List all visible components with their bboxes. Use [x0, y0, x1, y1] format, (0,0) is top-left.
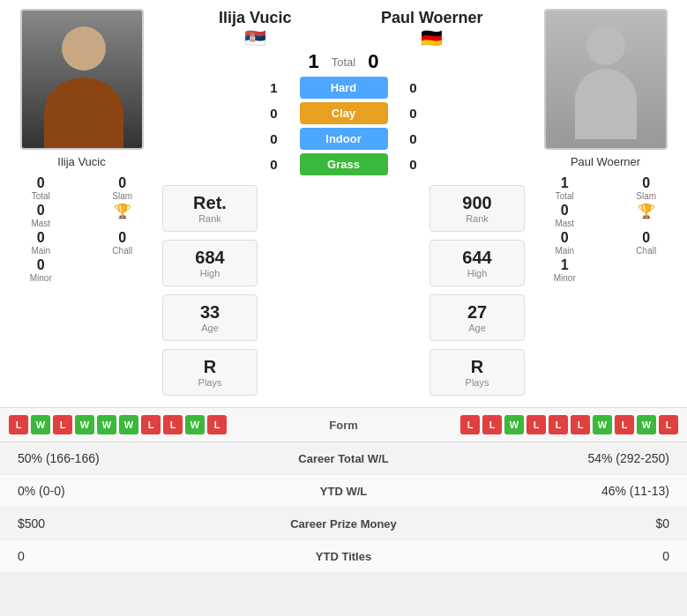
form-badge: W [637, 415, 656, 434]
right-chall: 0 Chall [610, 230, 683, 256]
total-label: Total [332, 56, 355, 69]
form-badge: L [659, 415, 678, 434]
right-player-name-center: Paul Woerner [381, 9, 483, 27]
right-rank-label: Rank [436, 213, 519, 224]
right-rank-block: 900 Rank [429, 185, 525, 232]
right-trophy-icon: 🏆 [610, 203, 683, 228]
silhouette-head [586, 26, 625, 65]
indoor-right-score: 0 [400, 131, 427, 146]
right-plays-label: Plays [436, 377, 519, 388]
left-trophy-icon: 🏆 [86, 203, 160, 228]
stat-left-value: $500 [18, 516, 194, 531]
form-badge: L [207, 415, 227, 434]
stats-table: 50% (166-166)Career Total W/L54% (292-25… [0, 442, 687, 573]
right-high-label: High [436, 268, 519, 278]
right-main: 0 Main [528, 230, 601, 256]
form-badge: L [163, 415, 183, 434]
player-right-photo [544, 9, 668, 150]
total-right-score: 0 [368, 50, 378, 73]
top-section: Ilija Vucic 0 Total 0 Slam 0 Mast 🏆 [0, 0, 687, 407]
left-player-name-center: Ilija Vucic [219, 9, 291, 27]
stats-row: 0% (0-0)YTD W/L46% (11-13) [0, 475, 687, 508]
right-form-badges: LLWLLLWLWL [460, 415, 678, 434]
form-label: Form [317, 419, 370, 432]
player-left-column: Ilija Vucic 0 Total 0 Slam 0 Mast 🏆 [4, 9, 159, 398]
left-minor: 0 Minor [4, 257, 78, 283]
form-badge: W [97, 415, 116, 434]
right-silhouette [571, 18, 641, 141]
indoor-left-score: 0 [261, 131, 287, 146]
total-left-score: 1 [309, 50, 319, 73]
left-main: 0 Main [4, 230, 78, 256]
right-rank-value: 900 [436, 193, 519, 213]
grass-right-score: 0 [400, 157, 427, 172]
left-high-value: 684 [168, 248, 251, 268]
names-flags-row: Ilija Vucic 🇷🇸 Paul Woerner 🇩🇪 [162, 9, 525, 48]
form-section: LWLWWWLLWL Form LLWLLLWLWL [0, 407, 687, 442]
hard-left-score: 1 [261, 80, 287, 95]
total-score-row: 1 Total 0 [162, 50, 525, 73]
left-plays-value: R [168, 357, 251, 377]
form-badge: W [593, 415, 612, 434]
form-badge: L [615, 415, 634, 434]
right-total: 1 Total [528, 175, 601, 201]
form-badge: W [31, 415, 50, 434]
form-badge: L [571, 415, 590, 434]
form-badge: L [549, 415, 568, 434]
stat-right-value: 46% (11-13) [493, 484, 669, 498]
form-badge: W [75, 415, 94, 434]
right-minor: 1 Minor [528, 257, 601, 283]
main-container: Ilija Vucic 0 Total 0 Slam 0 Mast 🏆 [0, 0, 687, 573]
right-center-stats: 900 Rank 644 High 27 Age R Plays [429, 182, 525, 398]
left-flag: 🇷🇸 [244, 27, 266, 48]
left-slam: 0 Slam [86, 175, 160, 201]
right-high-value: 644 [436, 248, 519, 268]
grass-row: 0 Grass 0 [162, 153, 525, 175]
form-badge: W [119, 415, 138, 434]
form-badge: W [185, 415, 205, 434]
left-center-stats: Ret. Rank 684 High 33 Age R Plays [162, 182, 258, 398]
grass-left-score: 0 [261, 157, 287, 172]
right-age-label: Age [436, 323, 519, 333]
grass-button[interactable]: Grass [300, 153, 388, 175]
clay-left-score: 0 [261, 106, 287, 121]
form-badge: L [460, 415, 480, 434]
player-left-stats: 0 Total 0 Slam 0 Mast 🏆 0 Main [4, 175, 159, 283]
left-high-label: High [168, 268, 251, 278]
player-right-stats: 1 Total 0 Slam 0 Mast 🏆 0 Main [528, 175, 683, 283]
form-badge: L [526, 415, 546, 434]
left-rank-value: Ret. [168, 193, 251, 213]
clay-row: 0 Clay 0 [162, 102, 525, 124]
left-age-value: 33 [168, 302, 251, 323]
center-panel: Ilija Vucic 🇷🇸 Paul Woerner 🇩🇪 1 Total 0… [162, 9, 525, 398]
player-left-photo [20, 9, 144, 150]
indoor-row: 0 Indoor 0 [162, 128, 525, 150]
left-rank-label: Rank [168, 213, 251, 224]
stats-row: 50% (166-166)Career Total W/L54% (292-25… [0, 442, 687, 475]
right-plays-block: R Plays [429, 349, 525, 396]
left-age-label: Age [168, 323, 251, 333]
silhouette-body [575, 69, 637, 139]
left-rank-block: Ret. Rank [162, 185, 258, 232]
clay-button[interactable]: Clay [300, 102, 388, 124]
stat-center-label: YTD W/L [194, 485, 493, 498]
stat-right-value: 0 [493, 549, 669, 563]
left-mast: 0 Mast [4, 203, 78, 228]
left-high-block: 684 High [162, 240, 258, 286]
left-total: 0 Total [4, 175, 78, 201]
indoor-button[interactable]: Indoor [300, 128, 388, 150]
hard-row: 1 Hard 0 [162, 77, 525, 99]
stat-right-value: $0 [493, 516, 669, 531]
right-slam: 0 Slam [610, 175, 683, 201]
left-plays-block: R Plays [162, 349, 258, 396]
form-badge: L [9, 415, 28, 434]
right-flag: 🇩🇪 [421, 27, 443, 48]
stat-center-label: Career Total W/L [194, 452, 493, 465]
right-high-block: 644 High [429, 240, 525, 286]
left-form-badges: LWLWWWLLWL [9, 415, 227, 434]
right-name-block: Paul Woerner 🇩🇪 [344, 9, 521, 48]
player-right-column: Paul Woerner 1 Total 0 Slam 0 Mast 🏆 [528, 9, 683, 398]
hard-button[interactable]: Hard [300, 77, 388, 99]
clay-right-score: 0 [400, 106, 427, 121]
right-mast: 0 Mast [528, 203, 601, 228]
